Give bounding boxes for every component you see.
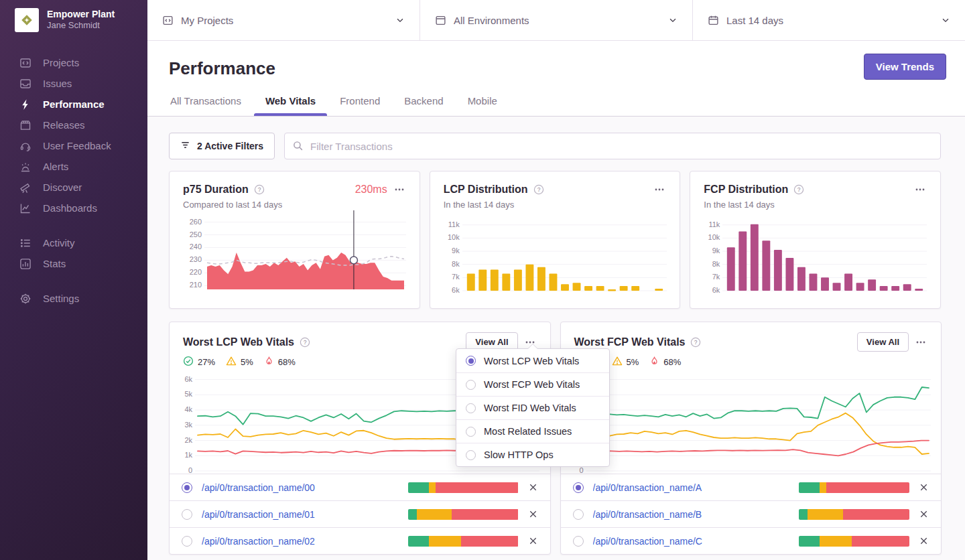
close-icon[interactable] — [528, 482, 538, 492]
lcp-distribution-card: LCP Distribution ? In the last 14 days 1… — [430, 171, 681, 309]
transaction-link[interactable]: /api/0/transaction_name/A — [593, 482, 790, 493]
help-icon[interactable]: ? — [254, 184, 265, 195]
help-icon[interactable]: ? — [690, 337, 701, 348]
sidebar-item-issues[interactable]: Issues — [0, 73, 147, 94]
sidebar-item-label: Releases — [43, 119, 85, 131]
vitals-stacked-bar — [408, 536, 519, 547]
close-icon[interactable] — [528, 536, 538, 546]
sidebar-item-user-feedback[interactable]: User Feedback — [0, 135, 147, 156]
menu-item-label: Worst FCP Web Vitals — [484, 379, 580, 390]
view-trends-button[interactable]: View Trends — [864, 54, 946, 80]
tab-mobile[interactable]: Mobile — [468, 95, 497, 116]
org-name: Empower Plant — [47, 9, 115, 21]
meh-percent: 5% — [627, 357, 639, 367]
help-icon[interactable]: ? — [533, 184, 544, 195]
ellipsis-icon[interactable] — [393, 183, 406, 196]
worst-fcp-card: Worst FCP Web Vitals ? View All 5% 68% — [560, 322, 942, 555]
transaction-link[interactable]: /api/0/transaction_name/C — [593, 536, 790, 547]
p75-duration-chart[interactable]: 260250240230220210 — [183, 217, 406, 289]
sidebar-nav: Projects Issues Performance Releases Use… — [0, 52, 147, 309]
active-filters-button[interactable]: 2 Active Filters — [169, 133, 275, 159]
menu-item-slow-http-ops[interactable]: Slow HTTP Ops — [456, 443, 609, 466]
poor-percent: 68% — [663, 357, 681, 367]
sidebar-item-label: Stats — [43, 258, 66, 269]
help-icon[interactable]: ? — [793, 184, 804, 195]
date-range-selector[interactable]: Last 14 days — [693, 0, 965, 40]
tab-backend[interactable]: Backend — [404, 95, 443, 116]
sidebar-item-alerts[interactable]: Alerts — [0, 156, 147, 177]
alerts-icon — [19, 160, 31, 173]
close-icon[interactable] — [528, 509, 538, 519]
menu-item-label: Slow HTTP Ops — [484, 449, 554, 460]
sidebar-item-activity[interactable]: Activity — [0, 232, 147, 253]
environment-selector[interactable]: All Environments — [420, 0, 693, 40]
sidebar-item-label: User Feedback — [43, 140, 111, 151]
row-radio[interactable] — [182, 509, 192, 520]
table-row: /api/0/transaction_name/A — [561, 474, 942, 500]
page-header: Performance View Trends All Transactions… — [147, 41, 965, 117]
menu-item-worst-lcp[interactable]: Worst LCP Web Vitals — [456, 349, 609, 372]
meh-badge: 5% — [226, 356, 253, 368]
row-radio[interactable] — [182, 536, 192, 547]
menu-item-most-related-issues[interactable]: Most Related Issues — [456, 419, 609, 443]
stats-icon — [19, 257, 31, 270]
row-radio[interactable] — [573, 482, 584, 493]
chevron-down-icon — [668, 15, 678, 25]
project-selector[interactable]: My Projects — [147, 0, 420, 40]
view-all-button[interactable]: View All — [857, 332, 909, 352]
card-subtitle: In the last 14 days — [704, 200, 927, 210]
tab-web-vitals[interactable]: Web Vitals — [265, 95, 316, 116]
org-switcher[interactable]: Empower Plant Jane Schmidt — [0, 0, 147, 32]
sidebar-item-label: Dashboards — [43, 202, 97, 214]
sidebar-item-settings[interactable]: Settings — [0, 288, 147, 309]
sidebar-item-label: Alerts — [43, 161, 68, 172]
transaction-link[interactable]: /api/0/transaction_name/00 — [202, 482, 399, 493]
ellipsis-icon[interactable] — [914, 336, 927, 349]
sidebar-item-releases[interactable]: Releases — [0, 115, 147, 135]
table-row: /api/0/transaction_name/00 — [170, 474, 550, 500]
summary-cards-row: p75 Duration ? 230ms Compared to last 14… — [169, 171, 941, 309]
ellipsis-icon[interactable] — [653, 183, 666, 196]
sidebar-item-label: Settings — [43, 293, 79, 304]
menu-radio — [466, 427, 476, 437]
transaction-link[interactable]: /api/0/transaction_name/B — [593, 509, 790, 520]
menu-item-worst-fcp[interactable]: Worst FCP Web Vitals — [456, 372, 609, 396]
tab-all-transactions[interactable]: All Transactions — [170, 95, 241, 116]
close-icon[interactable] — [919, 482, 929, 492]
transaction-list: /api/0/transaction_name/A /api/0/transac… — [561, 474, 942, 554]
close-icon[interactable] — [919, 509, 929, 519]
environment-selector-label: All Environments — [454, 15, 661, 26]
help-icon[interactable]: ? — [300, 337, 310, 348]
row-radio[interactable] — [182, 482, 192, 493]
menu-item-label: Worst LCP Web Vitals — [484, 356, 579, 366]
close-icon[interactable] — [919, 536, 929, 546]
vitals-stacked-bar — [799, 482, 909, 493]
project-selector-label: My Projects — [181, 15, 388, 26]
transaction-link[interactable]: /api/0/transaction_name/01 — [202, 509, 399, 520]
table-row: /api/0/transaction_name/02 — [170, 527, 550, 554]
fcp-distribution-chart[interactable]: 11k10k9k8k7k6k — [704, 216, 927, 291]
menu-radio — [466, 380, 476, 390]
sidebar-item-discover[interactable]: Discover — [0, 177, 147, 198]
menu-item-label: Worst FID Web Vitals — [484, 403, 576, 413]
vitals-stacked-bar — [408, 509, 519, 520]
vitals-stacked-bar — [408, 482, 519, 493]
row-radio[interactable] — [573, 536, 584, 547]
sidebar-item-projects[interactable]: Projects — [0, 52, 147, 73]
sidebar-item-dashboards[interactable]: Dashboards — [0, 198, 147, 218]
lcp-distribution-chart[interactable]: 11k10k9k8k7k6k — [444, 216, 667, 291]
tab-frontend[interactable]: Frontend — [340, 95, 380, 116]
sidebar-item-performance[interactable]: Performance — [0, 94, 147, 115]
worst-fcp-chart[interactable]: 6k5k4k3k2k1k0 — [569, 370, 931, 471]
projects-filter-icon — [162, 15, 174, 26]
search-input[interactable] — [284, 133, 941, 159]
transaction-link[interactable]: /api/0/transaction_name/02 — [202, 536, 399, 547]
menu-item-worst-fid[interactable]: Worst FID Web Vitals — [456, 396, 609, 419]
menu-radio — [466, 356, 476, 366]
sidebar-item-stats[interactable]: Stats — [0, 253, 147, 274]
active-filters-label: 2 Active Filters — [197, 141, 263, 151]
vitals-stacked-bar — [799, 509, 909, 520]
ellipsis-icon[interactable] — [913, 183, 927, 196]
fire-icon — [264, 356, 274, 368]
row-radio[interactable] — [573, 509, 584, 520]
